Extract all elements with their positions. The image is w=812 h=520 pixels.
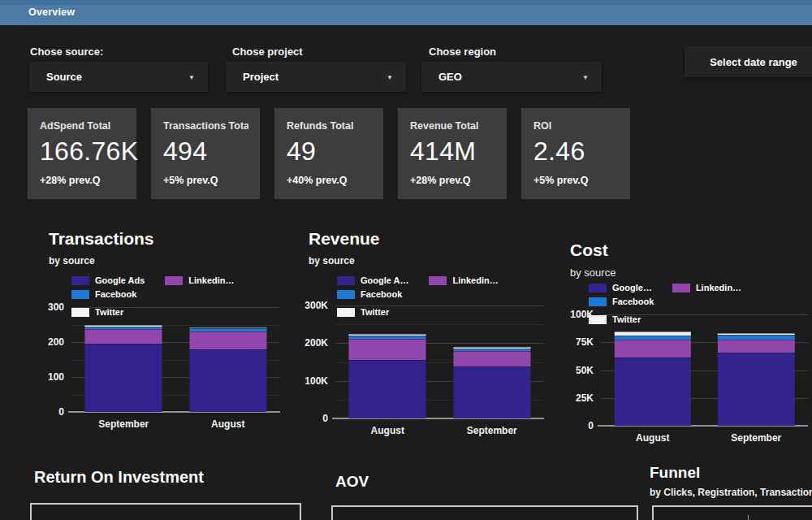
legend-swatch-icon: [71, 290, 89, 299]
legend-swatch-icon: [589, 297, 607, 306]
y-tick-label: 25K: [576, 392, 594, 404]
bar-segment-linkedin[interactable]: [85, 329, 162, 344]
select-date-range-button[interactable]: Select date range: [685, 46, 812, 77]
kpi-delta: +40% prev.Q: [287, 175, 372, 186]
legend-swatch-icon: [589, 284, 607, 292]
kpi-card-roi: ROI 2.46 +5% prev.Q: [521, 108, 630, 199]
y-tick-label: 75K: [576, 336, 594, 348]
y-tick-label: 0: [322, 413, 328, 424]
source-dropdown[interactable]: Source ▼: [29, 62, 208, 92]
chart-plot: 3002001000SeptemberAugust: [71, 307, 280, 412]
bar-august[interactable]: [615, 314, 691, 426]
kpi-value: 414M: [410, 136, 495, 167]
kpi-label: Transactions Total: [163, 120, 248, 132]
tab-overview[interactable]: Overview: [28, 6, 75, 18]
kpi-value: 494: [163, 136, 248, 167]
kpi-card-adspend: AdSpend Total 166.76K +28% prev.Q: [28, 108, 136, 199]
kpi-label: AdSpend Total: [40, 120, 125, 132]
dashboard-page: Overview Chose source: Source ▼ Chose pr…: [0, 0, 812, 520]
bar-september[interactable]: [85, 307, 162, 412]
bar-segment-linkedin[interactable]: [453, 351, 530, 366]
legend-item: Facebook: [589, 297, 654, 306]
funnel-section-title: Funnel: [650, 464, 700, 482]
bar-segment-googleads[interactable]: [85, 344, 162, 412]
chart-subtitle: by source: [570, 266, 812, 279]
kpi-label: Revenue Total: [410, 120, 495, 132]
y-tick-label: 100K: [304, 375, 328, 387]
legend-item: Google…: [589, 283, 652, 292]
y-tick-label: 300K: [304, 300, 328, 311]
source-filter-label: Chose source:: [30, 46, 103, 58]
legend-swatch-icon: [337, 290, 355, 299]
header-bar: Overview: [0, 0, 812, 25]
legend-label: Linkedin…: [696, 283, 741, 292]
legend-label: Google…: [612, 283, 652, 292]
legend-item: Google A…: [337, 275, 408, 285]
chart-plot: 100K75K50K25K0AugustSeptember: [601, 314, 808, 426]
cost-chart: Cost by source Google…Linkedin…FacebookT…: [570, 240, 812, 452]
y-tick-label: 300: [48, 301, 64, 313]
chart-subtitle: by source: [309, 255, 552, 266]
region-filter-label: Chose region: [429, 46, 496, 58]
chevron-down-icon: ▼: [188, 73, 195, 80]
aov-panel: [331, 505, 638, 520]
bar-segment-linkedin[interactable]: [349, 339, 426, 360]
funnel-gridline: [748, 515, 749, 520]
bar-segment-googlea[interactable]: [349, 360, 426, 418]
chart-title: Revenue: [309, 229, 552, 249]
legend-label: Linkedin…: [452, 275, 498, 285]
y-tick-label: 100: [48, 371, 64, 383]
legend-label: Google A…: [361, 275, 408, 285]
bar-august[interactable]: [189, 307, 266, 412]
bar-segment-linkedin[interactable]: [615, 340, 691, 358]
bar-segment-google[interactable]: [615, 358, 691, 426]
chevron-down-icon: ▼: [582, 73, 589, 80]
x-tick-label: September: [467, 425, 517, 436]
aov-section-title: AOV: [335, 473, 369, 491]
y-tick-label: 100K: [570, 309, 594, 320]
x-tick-label: September: [731, 432, 781, 444]
kpi-label: ROI: [533, 120, 619, 132]
kpi-value: 166.76K: [40, 136, 125, 167]
y-tick-label: 200K: [304, 337, 328, 349]
legend-label: Google Ads: [95, 275, 145, 285]
kpi-value: 49: [287, 136, 372, 167]
kpi-delta: +28% prev.Q: [410, 175, 495, 186]
kpi-card-revenue: Revenue Total 414M +28% prev.Q: [398, 108, 507, 199]
legend-swatch-icon: [337, 276, 355, 285]
kpi-card-transactions: Transactions Total 494 +5% prev.Q: [151, 108, 260, 199]
bar-august[interactable]: [349, 306, 426, 418]
kpi-value: 2.46: [533, 136, 619, 167]
legend-label: Facebook: [95, 289, 136, 299]
bar-segment-google[interactable]: [718, 353, 794, 426]
chart-plot: 300K200K100K0AugustSeptember: [335, 306, 544, 418]
legend-swatch-icon: [165, 276, 183, 285]
legend-label: Facebook: [612, 297, 654, 306]
bar-segment-linkedin[interactable]: [718, 340, 794, 353]
kpi-row: AdSpend Total 166.76K +28% prev.Q Transa…: [28, 108, 630, 199]
legend-item: Facebook: [71, 289, 136, 299]
bar-september[interactable]: [453, 306, 530, 418]
y-tick-label: 50K: [576, 365, 594, 376]
project-dropdown[interactable]: Project ▼: [226, 62, 406, 92]
region-dropdown-value: GEO: [438, 71, 462, 83]
legend-swatch-icon: [672, 284, 690, 292]
kpi-card-refunds: Refunds Total 49 +40% prev.Q: [274, 108, 383, 199]
bar-september[interactable]: [718, 314, 794, 426]
project-dropdown-value: Project: [243, 71, 279, 83]
kpi-delta: +5% prev.Q: [533, 175, 619, 186]
bar-segment-linkedin[interactable]: [189, 332, 266, 349]
source-dropdown-value: Source: [46, 71, 82, 83]
bar-segment-googlea[interactable]: [453, 366, 530, 418]
transactions-chart: Transactions by source Google AdsLinkedi…: [49, 229, 300, 440]
legend-item: Linkedin…: [429, 275, 498, 285]
roi-panel: [30, 503, 301, 520]
legend-item: Linkedin…: [672, 283, 741, 292]
x-tick-label: September: [98, 418, 149, 430]
legend-label: Linkedin…: [188, 275, 234, 285]
x-tick-label: August: [636, 432, 669, 444]
revenue-chart: Revenue by source Google A…Linkedin…Face…: [309, 229, 552, 440]
roi-section-title: Return On Investment: [34, 468, 204, 487]
bar-segment-googleads[interactable]: [189, 349, 266, 412]
region-dropdown[interactable]: GEO ▼: [421, 62, 602, 92]
